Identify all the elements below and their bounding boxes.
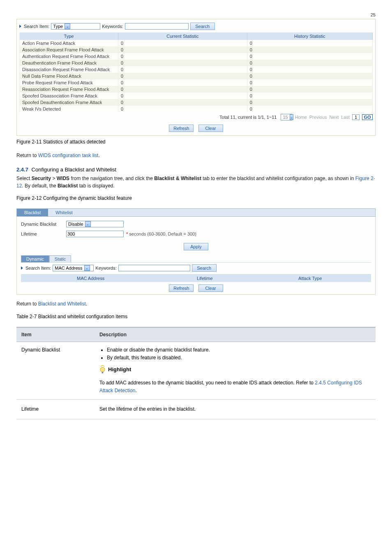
return-link-1: Return to WIDS configuration task list. (16, 152, 376, 159)
pager-next[interactable]: Next (330, 115, 339, 120)
tab-blacklist[interactable]: Blacklist (17, 209, 48, 216)
cell-history: 0 (247, 53, 372, 60)
arrow-icon (21, 266, 23, 270)
chevron-down-icon: ⌄ (85, 221, 91, 227)
cell-type: Spoofed Deauthentication Frame Attack (20, 99, 118, 106)
bl-col-mac[interactable]: MAC Address (21, 275, 160, 282)
per-page-select[interactable]: 15 ⌄ (281, 114, 292, 120)
cell-history: 0 (247, 40, 372, 46)
cell-current: 0 (118, 73, 247, 79)
col-history[interactable]: History Statistic (247, 32, 372, 40)
apply-button[interactable]: Apply (184, 243, 208, 250)
search-item-value: Type (53, 24, 63, 29)
table-row: Null Data Frame Flood Attack00 (20, 73, 373, 79)
bl-refresh-button[interactable]: Refresh (169, 284, 194, 292)
cell-history: 0 (247, 73, 372, 79)
subtab-dynamic[interactable]: Dynamic (21, 255, 49, 262)
search-item-select[interactable]: Type ⌄ (51, 23, 100, 30)
cell-type: Action Frame Flood Attack (20, 40, 118, 46)
bl-clear-button[interactable]: Clear (198, 284, 223, 292)
cell-history: 0 (247, 79, 372, 86)
table-row: Disassociation Request Frame Flood Attac… (20, 66, 373, 73)
go-button[interactable]: GO (362, 114, 373, 120)
section-title: Configuring a Blacklist and Whitelist (32, 166, 117, 173)
chevron-down-icon: ⌄ (290, 114, 293, 120)
cell-current: 0 (118, 53, 247, 60)
lifetime-input[interactable] (66, 231, 124, 237)
cell-current: 0 (118, 60, 247, 66)
cell-current: 0 (118, 99, 247, 106)
bl-search-button[interactable]: Search (192, 264, 217, 272)
cell-current: 0 (118, 79, 247, 86)
return-link-text[interactable]: WIDS configuration task list (38, 153, 99, 158)
pager-summary: Total 11, current is 1/1, 1~11 (219, 115, 277, 120)
chevron-down-icon: ⌄ (84, 265, 90, 271)
keywords-input[interactable] (125, 23, 189, 30)
tab-whitelist[interactable]: Whitelist (48, 209, 80, 216)
cell-type: Authentication Request Frame Flood Attac… (20, 53, 118, 60)
highlight-label: Highlight (108, 365, 131, 374)
clear-button[interactable]: Clear (198, 125, 223, 132)
search-button[interactable]: Search (190, 23, 215, 30)
section-heading: 2.4.7 Configuring a Blacklist and Whitel… (16, 166, 376, 173)
page-number: 25 (16, 12, 376, 17)
per-page-value: 15 (283, 115, 288, 120)
cell-type: Spoofed Disassociation Frame Attack (20, 92, 118, 99)
pager: Total 11, current is 1/1, 1~11 15 ⌄ Home… (19, 112, 373, 122)
return-link-2: Return to Blacklist and Whitelist. (16, 301, 376, 308)
bl-search-item-value: MAC Address (55, 266, 82, 271)
cell-type: Association Request Frame Flood Attack (20, 46, 118, 53)
main-tabs: Blacklist Whitelist (16, 208, 376, 217)
cell-current: 0 (118, 46, 247, 53)
bl-search-label: Search Item: (25, 266, 51, 271)
col-type[interactable]: Type (20, 32, 118, 40)
dynamic-blacklist-select[interactable]: Disable ⌄ (66, 221, 124, 227)
bl-col-lifetime[interactable]: Lifetime (160, 275, 249, 282)
pager-prev[interactable]: Previous (309, 115, 327, 120)
blacklist-panel: Blacklist Whitelist Dynamic Blacklist Di… (16, 208, 376, 295)
cell-current: 0 (118, 66, 247, 73)
cell-type: Deauthentication Frame Flood Attack (20, 60, 118, 66)
bl-col-attacktype[interactable]: Attack Type (249, 275, 371, 282)
bl-search-item-select[interactable]: MAC Address ⌄ (53, 265, 94, 271)
blacklist-table: MAC Address Lifetime Attack Type (21, 274, 371, 282)
table-row: Weak IVs Detected00 (20, 106, 373, 112)
cell-current: 0 (118, 92, 247, 99)
pager-last[interactable]: Last (341, 115, 350, 120)
refresh-button[interactable]: Refresh (169, 125, 194, 132)
arrow-icon (19, 25, 21, 28)
lifetime-label: Lifetime (21, 231, 66, 236)
dynamic-blacklist-label: Dynamic Blacklist (21, 222, 66, 227)
pager-page-input[interactable] (352, 114, 360, 120)
cell-history: 0 (247, 86, 372, 92)
cell-type: Probe Request Frame Flood Attack (20, 79, 118, 86)
bl-keywords-input[interactable] (118, 265, 190, 271)
desc-r1-desc: Enable or disable the dynamic blacklist … (95, 342, 376, 399)
cell-type: Null Data Frame Flood Attack (20, 73, 118, 79)
cell-current: 0 (118, 40, 247, 46)
cell-type: Weak IVs Detected (20, 106, 118, 112)
table-row: Association Request Frame Flood Attack00 (20, 46, 373, 53)
return-link-text-2[interactable]: Blacklist and Whitelist (38, 301, 86, 307)
stats-searchbar: Search Item: Type ⌄ Keywords: Search (19, 22, 373, 32)
cell-history: 0 (247, 60, 372, 66)
table-row: Probe Request Frame Flood Attack00 (20, 79, 373, 86)
desc-th-item: Item (16, 327, 95, 342)
table-row: Spoofed Deauthentication Frame Attack00 (20, 99, 373, 106)
desc-r2-desc: Set the lifetime of the entries in the b… (95, 399, 376, 419)
desc-r2-item: Lifetime (16, 399, 95, 419)
subtab-static[interactable]: Static (49, 255, 71, 262)
desc-r1-item: Dynamic Blacklist (16, 342, 95, 399)
figure-caption-1: Figure 2-11 Statistics of attacks detect… (16, 139, 376, 145)
pager-home[interactable]: Home (295, 115, 307, 120)
keywords-label: Keywords: (102, 24, 123, 29)
table-row: Action Frame Flood Attack00 (20, 40, 373, 46)
desc-th-desc: Description (95, 327, 376, 342)
col-current[interactable]: Current Statistic (118, 32, 247, 40)
table-caption: Table 2-7 Blacklist and whitelist config… (16, 314, 376, 319)
stats-panel: Search Item: Type ⌄ Keywords: Search Typ… (16, 19, 376, 136)
cell-type: Reassociation Request Frame Flood Attack (20, 86, 118, 92)
svg-point-0 (100, 367, 105, 372)
cell-history: 0 (247, 46, 372, 53)
search-item-label: Search Item: (24, 24, 49, 29)
